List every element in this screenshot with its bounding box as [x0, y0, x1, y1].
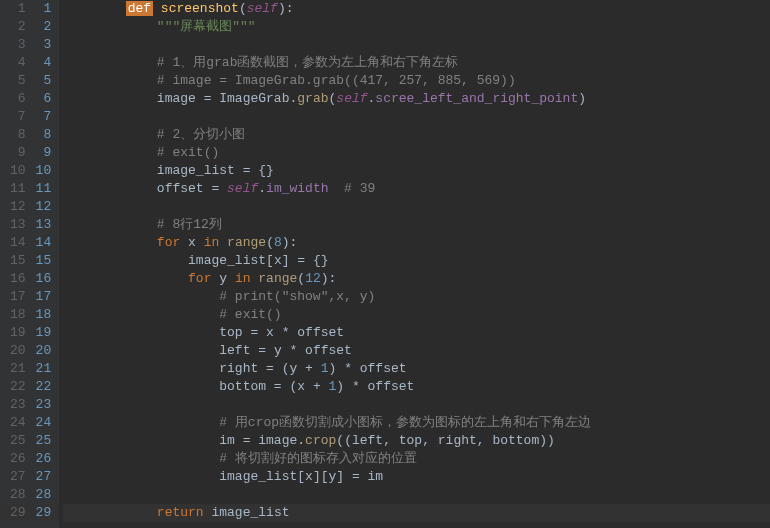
line-number: 11 [0, 180, 32, 198]
code-line[interactable] [63, 36, 770, 54]
line-number: 23 [0, 396, 32, 414]
line-number-rel: 11 [32, 180, 60, 198]
line-number-rel: 16 [32, 270, 60, 288]
line-number: 10 [0, 162, 32, 180]
line-number: 4 [0, 54, 32, 72]
line-number: 27 [0, 468, 32, 486]
gutter: 1234567891011121314151617181920212223242… [0, 0, 32, 528]
line-number: 7 [0, 108, 32, 126]
line-number-rel: 7 [32, 108, 60, 126]
code-line[interactable]: # 8行12列 [63, 216, 770, 234]
line-number-rel: 22 [32, 378, 60, 396]
line-number-rel: 13 [32, 216, 60, 234]
line-number-rel: 14 [32, 234, 60, 252]
line-number-rel: 3 [32, 36, 60, 54]
line-number: 5 [0, 72, 32, 90]
code-line[interactable]: bottom = (x + 1) * offset [63, 378, 770, 396]
line-number: 13 [0, 216, 32, 234]
line-number-rel: 27 [32, 468, 60, 486]
line-number: 14 [0, 234, 32, 252]
code-line[interactable]: # exit() [63, 306, 770, 324]
line-number-rel: 25 [32, 432, 60, 450]
code-line[interactable]: left = y * offset [63, 342, 770, 360]
code-line[interactable]: # exit() [63, 144, 770, 162]
code-line[interactable]: image_list = {} [63, 162, 770, 180]
code-line[interactable]: # 2、分切小图 [63, 126, 770, 144]
line-number-rel: 19 [32, 324, 60, 342]
line-numbers-right: 1234567891011121314151617181920212223242… [32, 0, 60, 522]
code-line[interactable]: # image = ImageGrab.grab((417, 257, 885,… [63, 72, 770, 90]
line-number: 22 [0, 378, 32, 396]
line-number: 29 [0, 504, 32, 522]
code-line[interactable]: """屏幕截图""" [63, 18, 770, 36]
line-number-rel: 10 [32, 162, 60, 180]
line-number-rel: 28 [32, 486, 60, 504]
line-number: 8 [0, 126, 32, 144]
line-number-rel: 5 [32, 72, 60, 90]
code-line[interactable]: # 将切割好的图标存入对应的位置 [63, 450, 770, 468]
line-number-rel: 4 [32, 54, 60, 72]
line-number: 1 [0, 0, 32, 18]
line-number: 20 [0, 342, 32, 360]
code-line[interactable]: image_list[x][y] = im [63, 468, 770, 486]
line-numbers-left: 1234567891011121314151617181920212223242… [0, 0, 32, 522]
line-number-rel: 8 [32, 126, 60, 144]
line-number-rel: 18 [32, 306, 60, 324]
line-number: 24 [0, 414, 32, 432]
code-line[interactable] [63, 198, 770, 216]
line-number-rel: 12 [32, 198, 60, 216]
code-line[interactable]: def screenshot(self): [63, 0, 770, 18]
code-line[interactable]: offset = self.im_width # 39 [63, 180, 770, 198]
code-line[interactable]: # 1、用grab函数截图，参数为左上角和右下角左标 [63, 54, 770, 72]
line-number: 28 [0, 486, 32, 504]
gutter-secondary: 1234567891011121314151617181920212223242… [32, 0, 60, 528]
line-number-rel: 23 [32, 396, 60, 414]
code-line[interactable] [63, 396, 770, 414]
code-line[interactable]: # print("show",x, y) [63, 288, 770, 306]
line-number-rel: 24 [32, 414, 60, 432]
code-line[interactable] [63, 486, 770, 504]
line-number: 21 [0, 360, 32, 378]
line-number-rel: 26 [32, 450, 60, 468]
code-line[interactable]: for y in range(12): [63, 270, 770, 288]
code-line[interactable]: return image_list [63, 504, 770, 522]
code-line[interactable]: im = image.crop((left, top, right, botto… [63, 432, 770, 450]
code-line[interactable]: right = (y + 1) * offset [63, 360, 770, 378]
line-number: 2 [0, 18, 32, 36]
line-number-rel: 15 [32, 252, 60, 270]
line-number-rel: 20 [32, 342, 60, 360]
code-line[interactable]: for x in range(8): [63, 234, 770, 252]
code-line[interactable]: # 用crop函数切割成小图标，参数为图标的左上角和右下角左边 [63, 414, 770, 432]
line-number-rel: 21 [32, 360, 60, 378]
line-number: 19 [0, 324, 32, 342]
line-number-rel: 17 [32, 288, 60, 306]
line-number-rel: 2 [32, 18, 60, 36]
line-number-rel: 29 [32, 504, 60, 522]
line-number: 12 [0, 198, 32, 216]
line-number: 15 [0, 252, 32, 270]
code-area[interactable]: def screenshot(self): """屏幕截图""" # 1、用gr… [59, 0, 770, 528]
line-number: 18 [0, 306, 32, 324]
code-line[interactable] [63, 108, 770, 126]
line-number: 26 [0, 450, 32, 468]
line-number: 17 [0, 288, 32, 306]
line-number: 6 [0, 90, 32, 108]
line-number: 9 [0, 144, 32, 162]
line-number: 16 [0, 270, 32, 288]
line-number-rel: 6 [32, 90, 60, 108]
line-number: 25 [0, 432, 32, 450]
code-line[interactable]: image = ImageGrab.grab(self.scree_left_a… [63, 90, 770, 108]
code-editor[interactable]: 1234567891011121314151617181920212223242… [0, 0, 770, 528]
line-number: 3 [0, 36, 32, 54]
line-number-rel: 9 [32, 144, 60, 162]
line-number-rel: 1 [32, 0, 60, 18]
code-line[interactable]: top = x * offset [63, 324, 770, 342]
code-line[interactable]: image_list[x] = {} [63, 252, 770, 270]
